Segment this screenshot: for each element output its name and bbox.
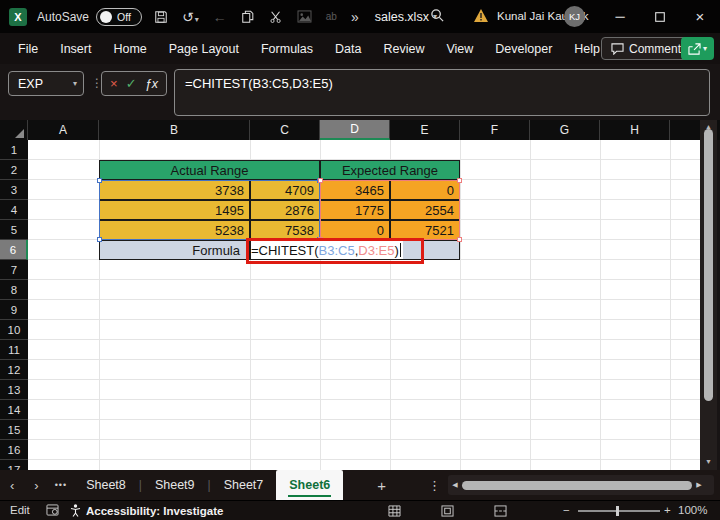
cell-e5[interactable]: 7521 — [390, 220, 460, 240]
cell-c3[interactable]: 4709 — [250, 180, 320, 200]
cell-b4[interactable]: 1495 — [99, 200, 250, 220]
horizontal-scrollbar[interactable]: ◀ ▶ — [448, 475, 714, 495]
horizontal-scrollbar-thumb[interactable] — [462, 481, 692, 490]
cell-e3[interactable]: 0 — [390, 180, 460, 200]
vertical-scrollbar[interactable]: ▲ ▼ — [700, 120, 717, 470]
cell-e4[interactable]: 2554 — [390, 200, 460, 220]
row-header-14[interactable]: 14 — [0, 400, 28, 420]
cell-d5[interactable]: 0 — [320, 220, 390, 240]
cell-b3[interactable]: 3738 — [99, 180, 250, 200]
cancel-entry-button[interactable]: × — [110, 76, 118, 91]
cell-b5[interactable]: 5238 — [99, 220, 250, 240]
row-header-15[interactable]: 15 — [0, 420, 28, 440]
column-header-partial[interactable] — [670, 120, 700, 140]
back-button[interactable]: ← — [213, 10, 227, 24]
toolbar-overflow-button[interactable]: » — [351, 10, 359, 24]
share-button[interactable]: ▾ — [681, 37, 714, 60]
column-header-c[interactable]: C — [250, 120, 320, 140]
select-all-button[interactable] — [0, 120, 28, 140]
column-header-b[interactable]: B — [99, 120, 250, 140]
row-header-5[interactable]: 5 — [0, 220, 28, 240]
copy-button[interactable] — [241, 10, 255, 24]
zoom-slider-thumb[interactable] — [616, 506, 619, 516]
cell-edit-formula[interactable]: =CHITEST( B3:C5 , D3:E5 ) — [251, 241, 403, 259]
macro-record-button[interactable] — [46, 504, 59, 516]
alert-button[interactable] — [473, 8, 489, 23]
scroll-down-icon[interactable]: ▼ — [705, 455, 712, 467]
scroll-left-icon[interactable]: ◀ — [448, 481, 462, 489]
menu-page-layout[interactable]: Page Layout — [158, 33, 250, 64]
user-avatar[interactable]: KJ — [564, 6, 585, 27]
row-header-16[interactable]: 16 — [0, 440, 28, 460]
column-header-e[interactable]: E — [390, 120, 460, 140]
paste-picture-button[interactable] — [297, 10, 312, 23]
insert-function-button[interactable]: ƒx — [145, 77, 158, 91]
row-header-12[interactable]: 12 — [0, 360, 28, 380]
menu-review[interactable]: Review — [372, 33, 435, 64]
all-sheets-button[interactable]: ••• — [49, 480, 73, 490]
menu-file[interactable]: File — [7, 33, 49, 64]
cut-button[interactable] — [269, 10, 283, 24]
column-header-f[interactable]: F — [460, 120, 530, 140]
formula-input[interactable]: =CHITEST(B3:C5,D3:E5) — [174, 69, 710, 116]
document-title-menu[interactable]: sales.xlsx ▾ — [375, 10, 437, 24]
row-header-1[interactable]: 1 — [0, 140, 28, 160]
column-header-d[interactable]: D — [320, 120, 390, 140]
row-header-6[interactable]: 6 — [0, 240, 28, 260]
prev-sheet-button[interactable]: ‹ — [0, 478, 24, 493]
tab-sheet8[interactable]: Sheet8 — [73, 470, 139, 500]
save-button[interactable] — [154, 10, 168, 24]
tab-sheet7[interactable]: Sheet7 — [211, 470, 277, 500]
row-header-4[interactable]: 4 — [0, 200, 28, 220]
row-header-11[interactable]: 11 — [0, 340, 28, 360]
row-header-7[interactable]: 7 — [0, 260, 28, 280]
search-button[interactable] — [430, 8, 445, 23]
row-header-9[interactable]: 9 — [0, 300, 28, 320]
autosave-toggle[interactable]: Off — [96, 8, 142, 26]
confirm-entry-button[interactable]: ✓ — [126, 76, 137, 91]
tab-sheet9[interactable]: Sheet9 — [142, 470, 208, 500]
close-button[interactable]: × — [683, 0, 717, 33]
accessibility-status[interactable]: Accessibility: Investigate — [70, 504, 223, 517]
menu-insert[interactable]: Insert — [49, 33, 102, 64]
replace-button[interactable]: ab — [326, 11, 337, 22]
column-header-g[interactable]: G — [530, 120, 600, 140]
menu-view[interactable]: View — [435, 33, 484, 64]
normal-view-button[interactable] — [388, 505, 401, 517]
row-header-2[interactable]: 2 — [0, 160, 28, 180]
cell-d4[interactable]: 1775 — [320, 200, 390, 220]
page-layout-view-button[interactable] — [441, 505, 454, 517]
cell-d3[interactable]: 3465 — [320, 180, 390, 200]
menu-developer[interactable]: Developer — [484, 33, 563, 64]
tab-options-button[interactable]: ⋮ — [428, 478, 441, 493]
page-break-view-button[interactable] — [494, 505, 507, 517]
menu-home[interactable]: Home — [102, 33, 157, 64]
name-box[interactable]: EXP ▾ — [8, 71, 84, 96]
row-header-3[interactable]: 3 — [0, 180, 28, 200]
zoom-level[interactable]: 100% — [678, 504, 707, 516]
menu-formulas[interactable]: Formulas — [250, 33, 324, 64]
row-header-17[interactable]: 17 — [0, 460, 28, 470]
zoom-out-button[interactable]: − — [563, 504, 570, 516]
cell-formula-label[interactable]: Formula — [99, 240, 250, 260]
maximize-button[interactable] — [643, 0, 677, 33]
menu-data[interactable]: Data — [324, 33, 372, 64]
row-header-8[interactable]: 8 — [0, 280, 28, 300]
row-header-10[interactable]: 10 — [0, 320, 28, 340]
scroll-right-icon[interactable]: ▶ — [692, 481, 706, 489]
undo-button[interactable]: ↺ ▾ — [182, 10, 199, 24]
next-sheet-button[interactable]: › — [24, 478, 48, 493]
cell-actual-range-header[interactable]: Actual Range — [99, 160, 320, 180]
cell-c4[interactable]: 2876 — [250, 200, 320, 220]
tab-sheet6-active[interactable]: Sheet6 — [276, 470, 343, 500]
zoom-in-button[interactable]: + — [664, 504, 671, 516]
row-header-13[interactable]: 13 — [0, 380, 28, 400]
cell-expected-range-header[interactable]: Expected Range — [320, 160, 460, 180]
column-header-a[interactable]: A — [28, 120, 99, 140]
cell-c5[interactable]: 7538 — [250, 220, 320, 240]
zoom-slider[interactable] — [578, 510, 660, 512]
vertical-scrollbar-thumb[interactable] — [704, 129, 713, 401]
column-header-h[interactable]: H — [600, 120, 670, 140]
minimize-button[interactable]: ─ — [603, 0, 637, 33]
add-sheet-button[interactable]: + — [377, 477, 386, 494]
